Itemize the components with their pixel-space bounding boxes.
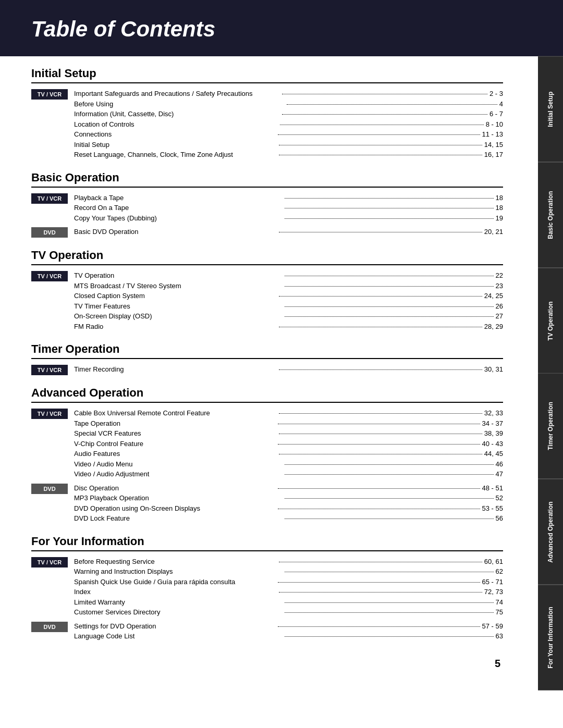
toc-dots: [279, 327, 482, 327]
section-advanced-operation: Advanced OperationTV / VCRCable Box Univ…: [31, 386, 532, 525]
toc-entry: Special VCR Features38, 39: [74, 428, 503, 439]
sidebar-tab-basic-operation[interactable]: Basic Operation: [538, 162, 563, 268]
toc-dots: [278, 134, 480, 135]
toc-entry: Disc Operation48 - 51: [74, 483, 503, 493]
toc-entry: Copy Your Tapes (Dubbing)19: [74, 213, 503, 224]
toc-page: 46: [496, 459, 503, 470]
toc-entry: Audio Features44, 45: [74, 449, 503, 459]
toc-entry-text: Basic DVD Operation: [74, 227, 277, 237]
toc-dots: [285, 498, 493, 499]
header-banner: Table of Contents: [0, 0, 563, 56]
badge-vcr: TV / VCR: [31, 89, 68, 100]
toc-entry-text: Video / Audio Adjustment: [74, 469, 283, 479]
toc-group: TV / VCRTimer Recording30, 31: [31, 364, 503, 375]
toc-dots: [285, 636, 493, 637]
toc-entry: Spanish Quick Use Guide / Guía para rápi…: [74, 577, 503, 587]
toc-group: DVDDisc Operation48 - 51MP3 Playback Ope…: [31, 483, 503, 524]
toc-entry: Information (Unit, Cassette, Disc)6 - 7: [74, 109, 503, 119]
toc-lines: Basic DVD Operation20, 21: [74, 227, 503, 237]
toc-dots: [285, 612, 493, 613]
toc-entry: Closed Caption System24, 25: [74, 291, 503, 301]
toc-entry: TV Operation22: [74, 270, 503, 281]
badge-vcr: TV / VCR: [31, 365, 68, 375]
sidebar-tab-timer-operation[interactable]: Timer Operation: [538, 373, 563, 479]
sidebar-tab-tv-operation[interactable]: TV Operation: [538, 268, 563, 374]
toc-entry: Video / Audio Adjustment47: [74, 469, 503, 479]
toc-dots: [279, 454, 482, 454]
toc-page: 20, 21: [484, 227, 503, 237]
toc-dots: [287, 104, 497, 105]
toc-page: 28, 29: [484, 322, 503, 332]
toc-dots: [279, 413, 482, 414]
section-body-for-your-information: TV / VCRBefore Requesting Service60, 61W…: [31, 557, 503, 643]
toc-dots: [285, 316, 493, 317]
sidebar-tabs: Initial Setup Basic Operation TV Operati…: [538, 56, 563, 690]
toc-entry: DVD Lock Feature56: [74, 513, 503, 524]
toc-page: 47: [496, 469, 503, 479]
toc-dots: [285, 572, 493, 572]
toc-page: 14, 15: [484, 140, 503, 150]
toc-page: 18: [496, 203, 503, 213]
toc-page: 53 - 55: [482, 503, 503, 514]
toc-dots: [285, 464, 493, 465]
toc-entry: Before Using4: [74, 99, 503, 109]
toc-entry: Timer Recording30, 31: [74, 364, 503, 375]
badge-dvd: DVD: [31, 484, 68, 494]
toc-lines: TV Operation22MTS Broadcast / TV Stereo …: [74, 270, 503, 331]
toc-page: 60, 61: [484, 557, 503, 567]
toc-lines: Settings for DVD Operation57 - 59Languag…: [74, 621, 503, 641]
toc-entry-text: Reset Language, Channels, Clock, Time Zo…: [74, 150, 277, 160]
toc-dots: [285, 208, 493, 208]
toc-entry: On-Screen Display (OSD)27: [74, 311, 503, 322]
toc-entry: Customer Services Directory75: [74, 607, 503, 618]
toc-lines: Timer Recording30, 31: [74, 364, 503, 375]
toc-dots: [285, 474, 493, 475]
toc-entry: Warning and Instruction Displays62: [74, 566, 503, 577]
section-title-advanced-operation: Advanced Operation: [31, 386, 503, 403]
toc-page: 72, 73: [484, 587, 503, 597]
toc-entry-text: Important Safeguards and Precautions / S…: [74, 89, 280, 99]
toc-entry-text: Cable Box Universal Remote Control Featu…: [74, 408, 277, 418]
toc-page: 34 - 37: [482, 418, 503, 429]
toc-dots: [282, 94, 488, 94]
toc-entry: Video / Audio Menu46: [74, 459, 503, 470]
sidebar-tab-advanced-operation[interactable]: Advanced Operation: [538, 479, 563, 585]
section-tv-operation: TV OperationTV / VCRTV Operation22MTS Br…: [31, 249, 532, 333]
toc-entry-text: Before Using: [74, 99, 285, 109]
toc-page: 8 - 10: [486, 119, 503, 130]
toc-dots: [279, 592, 482, 593]
toc-entry: Connections11 - 13: [74, 129, 503, 140]
toc-entry-text: Customer Services Directory: [74, 607, 283, 618]
sidebar-tab-for-your-information[interactable]: For Your Information: [538, 585, 563, 690]
toc-entry: Location of Controls8 - 10: [74, 119, 503, 130]
section-body-tv-operation: TV / VCRTV Operation22MTS Broadcast / TV…: [31, 270, 503, 333]
section-basic-operation: Basic OperationTV / VCRPlayback a Tape18…: [31, 171, 532, 240]
toc-dots: [278, 582, 480, 583]
toc-page: 74: [496, 597, 503, 608]
toc-page: 52: [496, 493, 503, 503]
toc-dots: [285, 286, 493, 287]
toc-dots: [279, 296, 482, 297]
toc-entry-text: Special VCR Features: [74, 428, 277, 439]
sidebar-tab-initial-setup[interactable]: Initial Setup: [538, 56, 563, 162]
toc-entry-text: Disc Operation: [74, 483, 276, 493]
page-wrapper: Table of Contents Initial Setup Basic Op…: [0, 0, 563, 728]
toc-entry-text: Initial Setup: [74, 140, 277, 150]
toc-page: 16, 17: [484, 150, 503, 160]
toc-entry-text: Playback a Tape: [74, 193, 283, 203]
toc-dots: [285, 198, 493, 199]
toc-page: 11 - 13: [482, 129, 503, 140]
toc-dots: [279, 562, 482, 562]
toc-page: 48 - 51: [482, 483, 503, 493]
toc-dots: [279, 369, 482, 370]
toc-page: 40 - 43: [482, 439, 503, 449]
page-number: 5: [31, 652, 532, 670]
page-title: Table of Contents: [31, 17, 532, 42]
toc-page: 38, 39: [484, 428, 503, 439]
toc-dots: [285, 519, 493, 519]
section-title-initial-setup: Initial Setup: [31, 67, 503, 83]
toc-entry-text: Location of Controls: [74, 119, 278, 130]
toc-page: 19: [496, 213, 503, 224]
badge-vcr: TV / VCR: [31, 409, 68, 419]
toc-page: 26: [496, 301, 503, 312]
